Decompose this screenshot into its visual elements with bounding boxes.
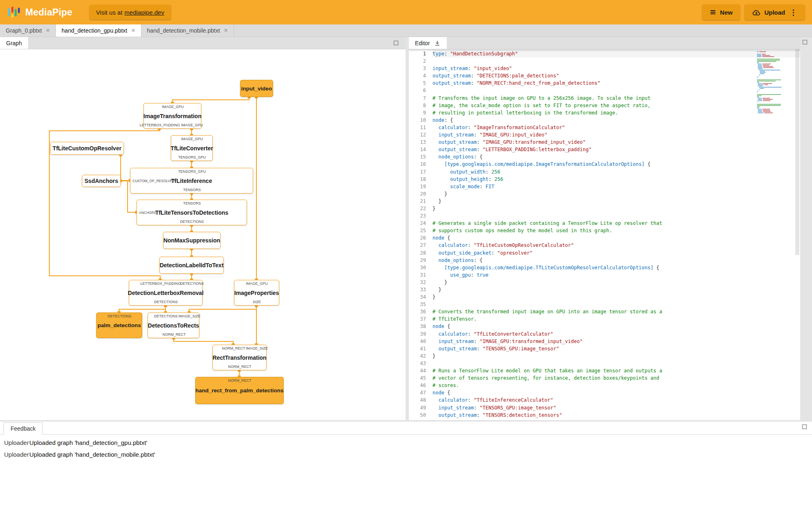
code-line: calculator: "TfLiteConverterCalculator" xyxy=(432,330,800,338)
feedback-row: UploaderUploaded graph 'hand_detection_m… xyxy=(0,449,812,460)
graph-node-TfLiteTensorsToDetections[interactable]: TfLiteTensorsToDetectionsTENSORSANCHORSD… xyxy=(137,200,247,225)
code-line: # Generates a single side packet contain… xyxy=(432,220,800,227)
code-line: node { xyxy=(432,323,800,330)
graph-node-TfLiteConverter[interactable]: TfLiteConverterIMAGE_GPUTENSORS_GPU xyxy=(171,135,213,161)
code-line: output_stream: "TENSORS:detection_tensor… xyxy=(432,411,800,419)
scrollbar-thumb[interactable] xyxy=(795,49,799,255)
line-number: 9 xyxy=(409,109,426,117)
node-label: TfLiteCustomOpResolver xyxy=(53,145,121,152)
line-number: 31 xyxy=(409,271,426,279)
graph-node-ImageTransformation[interactable]: ImageTransformationIMAGE_GPULETTERBOX_PA… xyxy=(143,103,201,129)
line-number: 35 xyxy=(409,301,426,308)
graph-node-palm_detections[interactable]: palm_detectionsDETECTIONS xyxy=(96,312,142,338)
visit-link[interactable]: mediapipe.dev xyxy=(124,9,164,16)
graph-node-TfLiteCustomOpResolver[interactable]: TfLiteCustomOpResolver xyxy=(50,142,124,155)
line-number: 21 xyxy=(409,198,426,205)
code-line xyxy=(432,360,800,367)
line-number: 1 xyxy=(409,50,426,57)
line-number: 38 xyxy=(409,323,426,330)
code-line xyxy=(432,212,800,220)
port-label: NORM_RECT xyxy=(222,346,245,350)
code-line: # supports custom ops needed by the mode… xyxy=(432,227,800,234)
line-number: 36 xyxy=(409,308,426,315)
doc-tab-hand_detection_gpu-pbtxt[interactable]: hand_detection_gpu.pbtxt× xyxy=(56,24,141,37)
popout-icon[interactable] xyxy=(393,40,399,46)
code-line: calculator: "TfLiteInferenceCalculator" xyxy=(432,396,800,404)
graph-canvas[interactable]: input_videoImageTransformationIMAGE_GPUL… xyxy=(0,49,406,420)
code-line: calculator: "ImageTransformationCalculat… xyxy=(432,124,800,131)
port-label: DETECTIONS xyxy=(108,314,131,318)
port-label: LETTERBOX_PADDING xyxy=(141,282,181,286)
close-icon[interactable]: × xyxy=(131,27,135,34)
editor-panel: Editor 123456789101112131415161718192021… xyxy=(409,37,800,420)
editor-scrollbar[interactable] xyxy=(794,49,800,420)
tab-graph-label: Graph xyxy=(6,40,22,46)
port-label: TENSORS xyxy=(183,201,201,205)
popout-icon[interactable] xyxy=(802,40,808,45)
doc-tab-hand_detection_mobile-pbtxt[interactable]: hand_detection_mobile.pbtxt× xyxy=(141,24,234,37)
node-label: DetectionsToRects xyxy=(148,322,199,329)
node-label: hand_rect_from_palm_detections xyxy=(195,387,283,394)
doc-tab-Graph_0-pbtxt[interactable]: Graph_0.pbtxt× xyxy=(0,24,56,37)
port-label: TENSORS_GPU xyxy=(178,169,206,174)
code-line: output_height: 256 xyxy=(432,176,800,183)
feedback-source: Uploader xyxy=(4,439,29,446)
editor-minimap[interactable] xyxy=(757,51,792,114)
graph-node-hand_rect_from_palm_detections[interactable]: hand_rect_from_palm_detectionsNORM_RECT xyxy=(195,377,284,404)
graph-node-input_video[interactable]: input_video xyxy=(240,80,273,97)
code-line: } xyxy=(432,293,800,301)
tab-graph[interactable]: Graph xyxy=(0,37,28,49)
graph-panel: Graph input_videoImageTransformationIMAG… xyxy=(0,37,406,420)
close-icon[interactable]: × xyxy=(224,27,228,34)
close-icon[interactable]: × xyxy=(46,27,50,34)
feedback-message: Uploaded graph 'hand_detection_gpu.pbtxt… xyxy=(29,439,147,446)
line-number: 40 xyxy=(409,338,426,345)
code-line: # scores. xyxy=(432,382,800,389)
graph-node-RectTransformation[interactable]: RectTransformationNORM_RECTIMAGE_SIZENOR… xyxy=(212,345,267,370)
kebab-menu-icon[interactable]: ⋮ xyxy=(790,8,797,17)
feedback-strip: Feedback xyxy=(0,422,812,435)
port-label: TENSORS_GPU xyxy=(178,155,206,159)
visit-badge[interactable]: Visit us at mediapipe.dev xyxy=(90,5,171,20)
line-number: 37 xyxy=(409,315,426,323)
port-label: NORM_RECT xyxy=(228,378,251,383)
tab-feedback[interactable]: Feedback xyxy=(3,422,43,435)
graph-node-TfLiteInference[interactable]: TfLiteInferenceTENSORS_GPUCUSTOM_OP_RESO… xyxy=(130,168,253,194)
tab-editor[interactable]: Editor xyxy=(409,37,447,49)
code-line: output_width: 256 xyxy=(432,168,800,176)
code-line: node: { xyxy=(432,117,800,124)
visit-text: Visit us at xyxy=(96,9,123,16)
new-button[interactable]: New xyxy=(702,4,740,20)
line-number: 50 xyxy=(409,411,426,419)
code-line xyxy=(432,87,800,94)
node-label: TfLiteTensorsToDetections xyxy=(155,209,228,216)
upload-button[interactable]: Upload ⋮ xyxy=(745,4,805,20)
node-label: DetectionLabelIdToText xyxy=(160,262,224,268)
download-icon[interactable] xyxy=(434,40,441,46)
graph-node-NonMaxSuppression[interactable]: NonMaxSuppression xyxy=(163,232,221,249)
code-line xyxy=(432,57,800,65)
feedback-message: Uploaded graph 'hand_detection_mobile.pb… xyxy=(29,451,155,458)
graph-node-DetectionsToRects[interactable]: DetectionsToRectsDETECTIONSIMAGE_SIZENOR… xyxy=(148,312,199,338)
graph-node-DetectionLetterboxRemoval[interactable]: DetectionLetterboxRemovalLETTERBOX_PADDI… xyxy=(129,280,203,306)
port-label: DETECTIONS xyxy=(180,282,204,286)
line-number: 28 xyxy=(409,249,426,257)
port-label: IMAGE_SIZE xyxy=(246,346,268,350)
popout-icon[interactable] xyxy=(802,424,807,429)
line-number: 34 xyxy=(409,293,426,301)
editor-code[interactable]: type: "HandDetectionSubgraph"input_strea… xyxy=(426,49,800,420)
graph-node-DetectionLabelIdToText[interactable]: DetectionLabelIdToText xyxy=(159,257,224,274)
code-editor[interactable]: 1234567891011121314151617181920212223242… xyxy=(409,49,800,420)
line-number: 39 xyxy=(409,330,426,338)
editor-panel-strip: Editor xyxy=(409,37,800,49)
graph-node-ImageProperties[interactable]: ImagePropertiesIMAGE_GPUSIZE xyxy=(234,280,279,306)
line-number: 41 xyxy=(409,345,426,352)
port-label: DETECTIONS xyxy=(154,314,178,318)
code-line: scale_mode: FIT xyxy=(432,183,800,190)
node-label: SsdAnchors xyxy=(84,178,118,184)
code-line: } xyxy=(432,279,800,286)
graph-node-SsdAnchors[interactable]: SsdAnchors xyxy=(82,175,121,187)
editor-gutter: 1234567891011121314151617181920212223242… xyxy=(409,49,426,420)
code-line: } xyxy=(432,198,800,205)
node-label: input_video xyxy=(241,86,272,92)
